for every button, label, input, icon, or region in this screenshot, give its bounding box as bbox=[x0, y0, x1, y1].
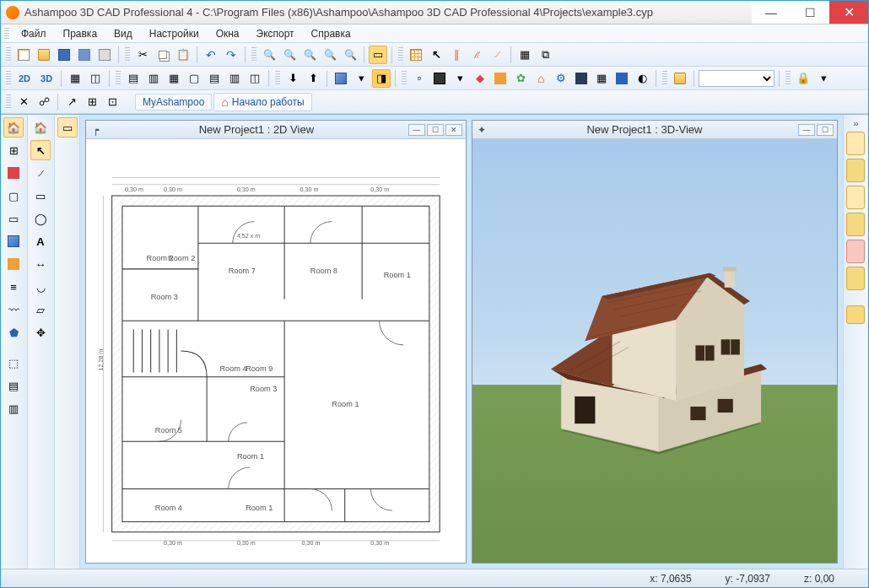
tile-3b-button[interactable]: ▥ bbox=[225, 69, 244, 88]
tool-wall[interactable] bbox=[3, 163, 24, 183]
render-canvas[interactable] bbox=[472, 139, 837, 563]
zoom-out-button[interactable] bbox=[280, 46, 299, 64]
snap-angle-button[interactable]: ⟋ bbox=[488, 46, 506, 64]
tool-shield[interactable]: ⬟ bbox=[3, 322, 24, 343]
menu-help[interactable]: Справка bbox=[305, 26, 358, 41]
obj-m[interactable] bbox=[671, 69, 689, 88]
sub-a[interactable]: 🏠 bbox=[30, 117, 51, 138]
plan-icon[interactable]: ┍ bbox=[86, 121, 105, 139]
grid-button[interactable] bbox=[407, 46, 425, 64]
getting-started-link[interactable]: Начало работы bbox=[213, 93, 311, 111]
tool-window[interactable]: ▭ bbox=[3, 208, 24, 229]
undo-button[interactable] bbox=[202, 46, 220, 64]
rail-tab-1[interactable] bbox=[846, 132, 865, 155]
rail-tab-3[interactable] bbox=[846, 186, 865, 209]
snap-v-button[interactable]: ‖ bbox=[447, 46, 466, 64]
tool-a[interactable]: ☍ bbox=[35, 93, 53, 111]
tool-building[interactable]: 🏠 bbox=[3, 117, 24, 138]
menu-settings[interactable]: Настройки bbox=[143, 26, 206, 41]
obj-e[interactable] bbox=[491, 69, 510, 88]
zoom-reset-button[interactable] bbox=[341, 46, 359, 64]
cube-button[interactable] bbox=[332, 69, 350, 88]
floor-down-button[interactable]: ⬇ bbox=[283, 69, 302, 88]
tool-stair[interactable]: ≡ bbox=[3, 277, 24, 297]
obj-g[interactable] bbox=[532, 69, 550, 88]
select-mode-button[interactable]: ▭ bbox=[369, 46, 387, 64]
3d-mode-button[interactable]: 3D bbox=[36, 69, 57, 88]
floor-up-button[interactable]: ⬆ bbox=[304, 69, 322, 88]
sub-circle[interactable]: ◯ bbox=[30, 208, 51, 229]
cube-drop-button[interactable]: ▾ bbox=[352, 69, 370, 88]
tile-h-button[interactable]: ▤ bbox=[124, 69, 143, 88]
obj-l[interactable]: ◐ bbox=[633, 69, 651, 88]
sub-move[interactable]: ✥ bbox=[30, 322, 51, 343]
save-button[interactable] bbox=[55, 46, 73, 64]
sub-line[interactable]: ⟋ bbox=[30, 163, 51, 183]
view-a-button[interactable]: ▦ bbox=[66, 69, 84, 88]
mode-select[interactable]: ▭ bbox=[57, 117, 78, 138]
tool-ceil[interactable]: ▥ bbox=[3, 398, 24, 418]
maximize-button[interactable]: ☐ bbox=[791, 1, 829, 24]
tool-b[interactable]: ↗ bbox=[62, 93, 81, 111]
sub-poly[interactable]: ▱ bbox=[30, 299, 51, 320]
panel-3d-max[interactable]: ☐ bbox=[817, 124, 834, 136]
tile-3a-button[interactable]: ▤ bbox=[205, 69, 224, 88]
obj-k[interactable] bbox=[613, 69, 631, 88]
tile-c-button[interactable]: ◫ bbox=[246, 69, 264, 88]
rail-tab-2[interactable] bbox=[846, 159, 865, 182]
rail-tab-5[interactable] bbox=[846, 240, 865, 263]
tile-single-button[interactable]: ▢ bbox=[185, 69, 203, 88]
rail-tab-6[interactable] bbox=[846, 267, 865, 290]
rail-expand[interactable]: » bbox=[846, 118, 866, 128]
2d-mode-button[interactable]: 2D bbox=[14, 69, 35, 88]
zoom-fit-button[interactable] bbox=[300, 46, 319, 64]
menu-file[interactable]: Файл bbox=[14, 26, 53, 41]
plan-canvas[interactable]: Room 2 Room 2 Room 3 Room 7 Room 8 Room … bbox=[86, 139, 466, 563]
obj-i[interactable] bbox=[572, 69, 591, 88]
zoom-in-button[interactable] bbox=[260, 46, 278, 64]
tool-door[interactable]: ▢ bbox=[3, 186, 24, 206]
menu-view[interactable]: Вид bbox=[107, 26, 139, 41]
panel-2d-max[interactable]: ☐ bbox=[427, 124, 444, 136]
tool-floor[interactable]: ▤ bbox=[3, 375, 24, 396]
rail-tab-7[interactable] bbox=[846, 305, 865, 324]
tool-d[interactable]: ⊡ bbox=[103, 93, 121, 111]
paste-button[interactable]: 📋 bbox=[174, 46, 192, 64]
zoom-window-button[interactable] bbox=[321, 46, 339, 64]
tool-terrain[interactable]: 〰 bbox=[3, 299, 24, 320]
save-as-button[interactable] bbox=[75, 46, 94, 64]
obj-c[interactable]: ▾ bbox=[451, 69, 469, 88]
layers-button[interactable]: ▦ bbox=[515, 46, 534, 64]
new-button[interactable] bbox=[14, 46, 33, 64]
sub-text[interactable]: A bbox=[30, 231, 51, 251]
obj-b[interactable] bbox=[430, 69, 449, 88]
tool-wrench[interactable]: ✕ bbox=[14, 93, 33, 111]
panel-2d-close[interactable]: ✕ bbox=[445, 124, 462, 136]
copy-button[interactable] bbox=[154, 46, 172, 64]
sub-rect[interactable]: ▭ bbox=[30, 186, 51, 206]
view-b-button[interactable]: ◫ bbox=[86, 69, 105, 88]
tool-grid[interactable]: ⊞ bbox=[3, 140, 24, 160]
tile-v-button[interactable]: ▥ bbox=[144, 69, 163, 88]
tile-q-button[interactable]: ▦ bbox=[165, 69, 183, 88]
tool-roof[interactable] bbox=[3, 254, 24, 274]
menu-edit[interactable]: Правка bbox=[57, 26, 105, 41]
rail-tab-4[interactable] bbox=[846, 213, 865, 236]
menu-export[interactable]: Экспорт bbox=[250, 26, 301, 41]
scale-dropdown[interactable] bbox=[699, 70, 775, 87]
tool-section[interactable]: ⬚ bbox=[3, 353, 24, 373]
obj-f[interactable]: ✿ bbox=[511, 69, 530, 88]
catalog-button[interactable]: ⧉ bbox=[536, 46, 554, 64]
panel-3d-min[interactable]: — bbox=[798, 124, 815, 136]
obj-d[interactable]: ◆ bbox=[471, 69, 489, 88]
sub-dim[interactable]: ↔ bbox=[30, 254, 51, 274]
obj-j[interactable]: ▦ bbox=[592, 69, 611, 88]
obj-h[interactable]: ⚙ bbox=[552, 69, 570, 88]
cut-button[interactable]: ✂ bbox=[133, 46, 152, 64]
myashampoo-link[interactable]: MyAshampoo bbox=[135, 94, 212, 111]
panel-2d-min[interactable]: — bbox=[408, 124, 425, 136]
snap-h-button[interactable]: ⫽ bbox=[467, 46, 486, 64]
sub-cursor[interactable] bbox=[30, 140, 51, 160]
open-button[interactable] bbox=[35, 46, 53, 64]
cursor-button[interactable] bbox=[427, 46, 445, 64]
